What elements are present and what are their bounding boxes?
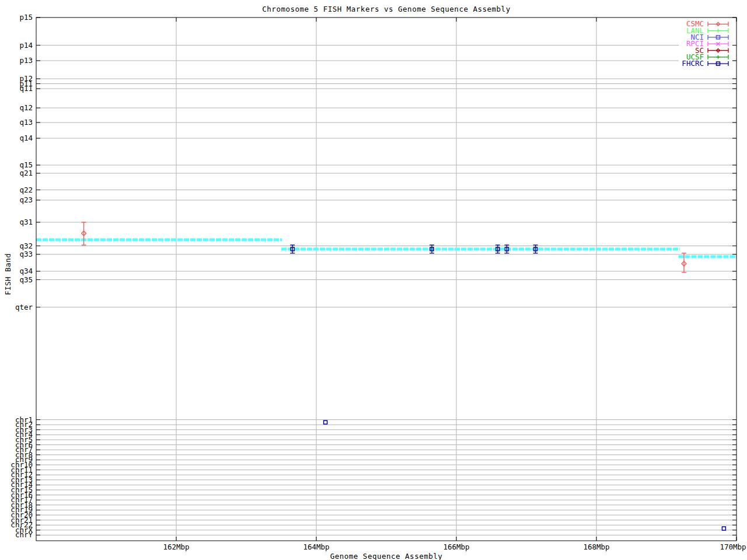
y-tick-label: p13 bbox=[19, 56, 33, 65]
plot-area: p15p14p13p12p11q11q12q13q14q15q21q22q23q… bbox=[0, 0, 747, 560]
x-tick-label: 170Mbp bbox=[720, 542, 746, 551]
gridlines bbox=[36, 18, 736, 541]
fish-chart: Chromosome 5 FISH Markers vs Genome Sequ… bbox=[0, 0, 747, 560]
x-tick-label: 162Mbp bbox=[163, 542, 189, 551]
y-tick-label: qter bbox=[15, 303, 33, 312]
y-tick-label: q21 bbox=[19, 169, 33, 177]
axes: p15p14p13p12p11q11q12q13q14q15q21q22q23q… bbox=[11, 13, 746, 551]
y-tick-label: q31 bbox=[19, 218, 33, 226]
series-fhcrc bbox=[290, 245, 725, 530]
series-csmc bbox=[82, 222, 686, 272]
legend: CSMCLANLNCIRPCISCUCSFFHCRC bbox=[679, 19, 732, 68]
y-tick-label: q35 bbox=[19, 275, 33, 284]
plot-border bbox=[36, 18, 736, 541]
y-tick-label: q23 bbox=[19, 195, 33, 204]
y-tick-label: q11 bbox=[19, 84, 33, 93]
y-tick-label: q14 bbox=[19, 134, 33, 142]
x-tick-label: 168Mbp bbox=[583, 542, 609, 551]
square-marker bbox=[324, 421, 327, 424]
y-tick-label: q33 bbox=[19, 250, 33, 258]
square-marker bbox=[722, 527, 725, 530]
y-tick-label: q22 bbox=[19, 186, 33, 194]
y-tick-label: q12 bbox=[19, 103, 33, 112]
y-tick-label: p15 bbox=[19, 13, 33, 22]
y-tick-label: q34 bbox=[19, 267, 33, 275]
y-tick-label: q13 bbox=[19, 118, 33, 127]
y-tick-label: q15 bbox=[19, 160, 33, 169]
y-tick-label: q32 bbox=[19, 242, 33, 250]
x-tick-label: 164Mbp bbox=[303, 542, 329, 551]
legend-label: FHCRC bbox=[682, 59, 704, 68]
x-tick-label: 166Mbp bbox=[443, 542, 469, 551]
y-tick-label: p14 bbox=[19, 41, 33, 50]
y-tick-label: chrY bbox=[15, 530, 33, 539]
